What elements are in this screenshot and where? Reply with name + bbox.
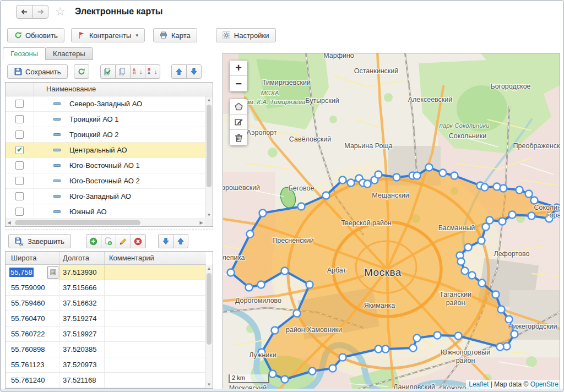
move-up-button[interactable] — [171, 64, 187, 79]
polygon-vertex-handle[interactable] — [382, 346, 389, 353]
zoom-in-button[interactable]: + — [230, 61, 247, 76]
panel-splitter[interactable] — [5, 230, 213, 230]
geozone-checkbox[interactable] — [15, 177, 24, 185]
edit-layers-button[interactable] — [230, 115, 247, 130]
forward-button[interactable] — [32, 5, 48, 19]
lat-picker-button[interactable] — [47, 266, 58, 279]
scroll-thumb[interactable] — [207, 105, 212, 187]
polygon-vertex-handle[interactable] — [497, 344, 504, 351]
scroll-down-arrow[interactable]: ▼ — [205, 211, 213, 219]
delete-layers-button[interactable] — [230, 130, 247, 145]
polygon-vertex-handle[interactable] — [498, 306, 505, 313]
scroll-right-arrow[interactable]: ▶ — [198, 219, 205, 226]
lon-cell[interactable]: 37.513930 — [59, 265, 105, 280]
save-button[interactable]: Сохранить — [7, 64, 68, 79]
scroll-down-arrow[interactable]: ▼ — [205, 381, 213, 388]
polygon-vertex-handle[interactable] — [247, 231, 254, 238]
sort-asc-button[interactable]: АЯ ↓ — [130, 64, 145, 79]
point-row[interactable]: 55.75909037.515666 — [6, 280, 206, 296]
scroll-up-arrow[interactable]: ▲ — [205, 265, 213, 272]
polygon-vertex-handle[interactable] — [348, 179, 355, 187]
polygon-vertex-handle[interactable] — [481, 184, 489, 191]
geozone-row[interactable]: Троицкий АО 1 — [6, 112, 206, 127]
polygon-vertex-handle[interactable] — [499, 218, 506, 225]
favorite-star-icon[interactable]: ☆ — [55, 5, 66, 18]
move-down-button[interactable] — [186, 64, 202, 79]
geozone-checkbox[interactable] — [15, 130, 24, 139]
polygon-vertex-handle[interactable] — [525, 190, 533, 198]
geozone-row[interactable]: ✔Центральный АО — [6, 143, 206, 158]
polygon-vertex-handle[interactable] — [478, 237, 485, 244]
lat-input[interactable]: 55,758 — [6, 265, 59, 280]
polygon-vertex-handle[interactable] — [482, 224, 490, 231]
polygon-vertex-handle[interactable] — [329, 365, 337, 372]
sort-desc-button[interactable]: ЯА ↓ — [145, 64, 160, 79]
back-button[interactable] — [16, 5, 32, 19]
polygon-vertex-handle[interactable] — [462, 268, 469, 275]
polygon-vertex-handle[interactable] — [465, 244, 472, 251]
geozone-row[interactable]: Северо-Западный АО — [6, 96, 206, 112]
point-row[interactable]: 55.76047037.519274 — [6, 311, 206, 326]
point-row[interactable]: 55.76112337.520973 — [6, 357, 206, 373]
polygon-vertex-handle[interactable] — [309, 368, 316, 375]
polygon-vertex-handle[interactable] — [506, 316, 513, 323]
polygon-vertex-handle[interactable] — [294, 310, 301, 317]
polygon-vertex-handle[interactable] — [339, 177, 346, 184]
scroll-thumb[interactable] — [15, 220, 140, 225]
check-all-button[interactable] — [100, 64, 116, 79]
polygon-vertex-handle[interactable] — [375, 171, 382, 178]
copy-point-button[interactable] — [101, 234, 116, 248]
geozone-checkbox[interactable] — [15, 208, 24, 216]
polygon-vertex-handle[interactable] — [509, 211, 516, 219]
polygon-vertex-handle[interactable] — [281, 376, 289, 383]
geozone-checkbox[interactable]: ✔ — [15, 146, 24, 154]
polygon-vertex-handle[interactable] — [451, 172, 458, 179]
geozone-row[interactable]: Троицкий АО 2 — [6, 127, 206, 143]
geozone-checkbox[interactable] — [15, 161, 24, 170]
point-up-button[interactable] — [173, 234, 188, 248]
map-canvas[interactable]: МарфиноОстанкинскийТимирязевскийМСХАим. … — [223, 53, 560, 389]
polygon-vertex-handle[interactable] — [259, 210, 267, 217]
polygon-vertex-handle[interactable] — [486, 217, 494, 224]
polygon-vertex-handle[interactable] — [492, 291, 500, 298]
polygon-vertex-handle[interactable] — [528, 213, 535, 220]
polygon-vertex-handle[interactable] — [500, 185, 507, 192]
delete-point-button[interactable] — [131, 234, 146, 248]
scroll-left-arrow[interactable]: ◀ — [6, 219, 13, 226]
polygon-vertex-handle[interactable] — [364, 181, 371, 188]
polygon-vertex-handle[interactable] — [511, 331, 518, 338]
polygon-vertex-handle[interactable] — [246, 284, 253, 291]
polygon-vertex-handle[interactable] — [393, 174, 400, 181]
settings-button[interactable]: Настройки — [216, 28, 276, 42]
geozones-horizontal-scrollbar[interactable]: ◀ ▶ — [6, 219, 205, 226]
tab-geozones[interactable]: Геозоны — [3, 47, 46, 60]
draw-polygon-button[interactable] — [230, 99, 247, 115]
refresh-button[interactable]: Обновить — [7, 28, 64, 42]
geozone-checkbox[interactable] — [15, 115, 24, 123]
uncheck-all-button[interactable] — [115, 64, 131, 79]
tab-clusters[interactable]: Кластеры — [45, 47, 93, 60]
polygon-vertex-handle[interactable] — [272, 327, 279, 334]
polygon-vertex-handle[interactable] — [306, 281, 313, 288]
polygon-vertex-handle[interactable] — [269, 371, 276, 378]
geozone-row[interactable]: Юго-Восточный АО 1 — [6, 158, 206, 173]
comment-cell[interactable] — [105, 265, 206, 280]
add-point-button[interactable] — [86, 234, 101, 248]
refresh-list-button[interactable] — [74, 64, 89, 79]
geozone-checkbox[interactable] — [15, 192, 24, 200]
polygon-vertex-handle[interactable] — [410, 345, 417, 352]
point-row[interactable]: 55.75946037.516632 — [6, 296, 206, 311]
polygon-vertex-handle[interactable] — [227, 269, 235, 276]
geozone-row[interactable]: Южный АО — [6, 204, 206, 220]
scroll-up-arrow[interactable]: ▲ — [205, 96, 213, 104]
polygon-vertex-handle[interactable] — [339, 354, 346, 361]
scroll-thumb[interactable] — [207, 273, 212, 345]
polygon-vertex-handle[interactable] — [440, 170, 447, 177]
polygon-vertex-handle[interactable] — [458, 258, 465, 265]
geozones-vertical-scrollbar[interactable]: ▲ ▼ — [205, 96, 213, 219]
polygon-vertex-handle[interactable] — [323, 192, 330, 199]
geozone-checkbox[interactable] — [15, 100, 24, 108]
map-panel[interactable]: МарфиноОстанкинскийТимирязевскийМСХАим. … — [223, 53, 560, 390]
polygon-vertex-handle[interactable] — [258, 281, 265, 288]
edit-point-button[interactable] — [116, 234, 131, 248]
